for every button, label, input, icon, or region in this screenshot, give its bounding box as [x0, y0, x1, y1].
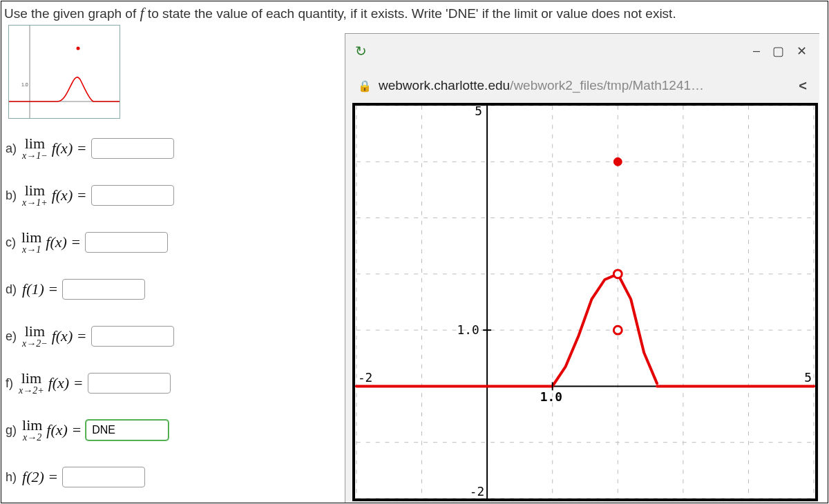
question-f: f) lim x→2+ f(x) = [6, 366, 174, 400]
instruction-pre: Use the given graph of [4, 6, 140, 21]
svg-text:1.0: 1.0 [457, 322, 479, 337]
instruction: Use the given graph of f to state the va… [4, 4, 676, 22]
answer-h[interactable] [62, 467, 145, 487]
svg-text:-2: -2 [358, 370, 372, 385]
maximize-icon[interactable]: ▢ [772, 43, 784, 59]
graph-canvas: 5-2-251.01.0 [355, 106, 815, 498]
answer-c[interactable] [85, 232, 168, 253]
svg-point-2 [77, 47, 80, 50]
graph-popup-window: ↻ – ▢ ✕ 🔒 webwork.charlotte.edu/webwork2… [345, 33, 819, 503]
svg-text:-2: -2 [470, 484, 484, 498]
label-c: c) [6, 235, 16, 250]
answer-b[interactable] [91, 185, 174, 206]
svg-text:1.0: 1.0 [21, 82, 28, 87]
limit-f: lim x→2+ [19, 371, 44, 395]
popup-favicon-icon: ↻ [355, 43, 367, 59]
close-icon[interactable]: ✕ [797, 43, 807, 59]
svg-text:5: 5 [804, 370, 812, 385]
lock-icon: 🔒 [358, 79, 372, 93]
label-h: h) [6, 470, 17, 485]
plain-h: f(2) = [22, 468, 58, 486]
label-f: f) [6, 376, 13, 391]
plain-d: f(1) = [22, 280, 58, 298]
label-d: d) [6, 282, 17, 297]
label-b: b) [6, 188, 17, 203]
popup-address-bar: 🔒 webwork.charlotte.edu/webwork2_files/t… [345, 68, 819, 103]
limit-c: lim x→1 [21, 231, 41, 254]
svg-text:1.0: 1.0 [540, 389, 562, 404]
question-b: b) lim x→1+ f(x) = [6, 178, 174, 213]
limit-g: lim x→2 [22, 418, 42, 442]
answer-a[interactable] [91, 138, 174, 159]
label-g: g) [6, 423, 17, 438]
answer-e[interactable] [91, 326, 174, 347]
label-e: e) [6, 329, 17, 344]
label-a: a) [6, 142, 17, 156]
limit-e: lim x→2− [22, 324, 48, 348]
question-g: g) lim x→2 f(x) = [6, 413, 174, 447]
answer-d[interactable] [62, 279, 145, 300]
minimize-icon[interactable]: – [753, 43, 760, 59]
problem-frame: Use the given graph of f to state the va… [1, 1, 828, 503]
limit-b: lim x→1+ [22, 184, 48, 207]
instruction-post: to state the value of each quantity, if … [144, 6, 676, 21]
question-h: h) f(2) = [6, 460, 174, 494]
svg-point-28 [613, 270, 622, 278]
svg-point-30 [613, 157, 622, 166]
question-e: e) lim x→2− f(x) = [6, 319, 174, 353]
question-d: d) f(1) = [6, 272, 174, 307]
limit-a: lim x→1− [22, 137, 48, 160]
answer-f[interactable] [88, 373, 171, 394]
svg-text:5: 5 [475, 106, 482, 118]
graph-canvas-frame: 5-2-251.01.0 [352, 103, 818, 501]
popup-url[interactable]: webwork.charlotte.edu/webwork2_files/tmp… [379, 78, 704, 93]
graph-thumbnail[interactable]: 1.0 [8, 25, 120, 119]
question-c: c) lim x→1 f(x) = [6, 225, 174, 260]
svg-point-29 [613, 326, 622, 334]
share-icon[interactable]: < [799, 78, 807, 94]
question-list: a) lim x→1− f(x) = b) lim x→1+ f(x) = c)… [6, 131, 174, 504]
answer-g[interactable] [86, 420, 169, 440]
popup-titlebar: ↻ – ▢ ✕ [345, 34, 819, 68]
question-a: a) lim x→1− f(x) = [6, 131, 174, 166]
